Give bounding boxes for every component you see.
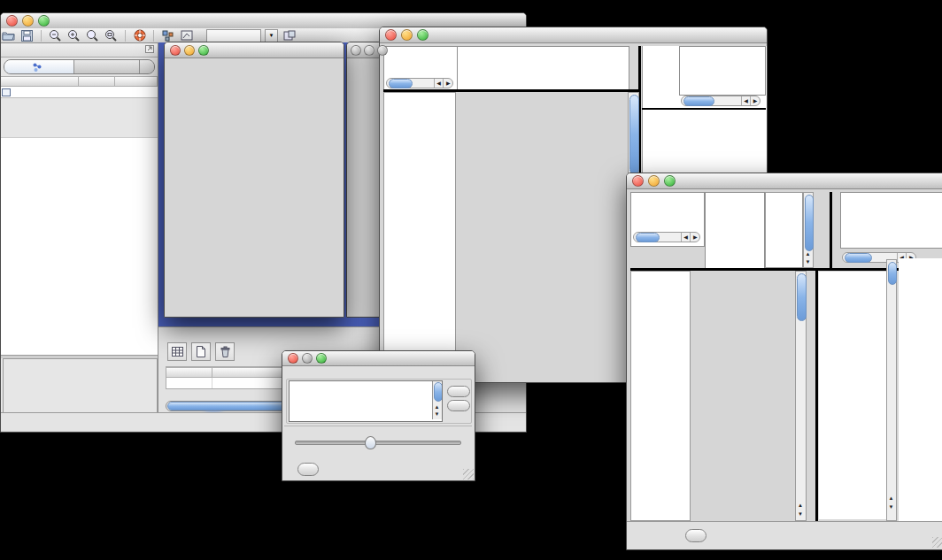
column-dendrogram-panel[interactable] — [457, 46, 629, 92]
view-status-hscrollbar[interactable]: ◀ ▶ — [386, 78, 453, 88]
move-down-button[interactable] — [447, 400, 470, 411]
dialog-title-bar[interactable] — [282, 351, 475, 366]
row-dendrogram-canvas[interactable] — [631, 272, 690, 520]
expression-heatmap-canvas[interactable] — [691, 271, 795, 521]
tab-more-arrow[interactable] — [140, 60, 154, 73]
close-button[interactable] — [6, 15, 18, 27]
move-up-button[interactable] — [447, 386, 470, 397]
network-tree-empty — [1, 137, 158, 356]
detail-vscrollbar[interactable]: ▲ ▼ — [886, 259, 897, 521]
similarity-matrix-canvas[interactable] — [645, 110, 688, 152]
scroll-right-icon[interactable]: ▶ — [443, 79, 452, 88]
search-dropdown-icon[interactable]: ▼ — [265, 29, 278, 42]
new-document-icon[interactable] — [191, 342, 211, 361]
labels-vscrollbar[interactable]: ▲ ▼ — [803, 192, 814, 268]
row-dendrogram-panel[interactable] — [630, 271, 691, 521]
save-icon[interactable] — [19, 29, 35, 42]
network-row[interactable] — [1, 87, 158, 97]
zoom-window-button[interactable] — [316, 353, 327, 364]
treeview2-button[interactable] — [685, 529, 706, 542]
zoom-in-icon[interactable] — [66, 29, 81, 42]
zoom-window-button[interactable] — [198, 45, 209, 56]
zoom-window-button[interactable] — [664, 175, 676, 187]
search-input[interactable] — [206, 29, 261, 42]
close-button[interactable] — [632, 175, 644, 187]
minimize-button[interactable] — [364, 45, 374, 56]
scroll-up-icon[interactable]: ▲ — [887, 494, 895, 502]
network-view-canvas-2[interactable] — [347, 58, 380, 316]
tab-vizmapper[interactable] — [74, 60, 141, 73]
scroll-down-icon[interactable]: ▼ — [796, 510, 805, 518]
column-dendrogram-canvas[interactable] — [458, 47, 627, 89]
close-button[interactable] — [351, 45, 361, 56]
open-folder-icon[interactable] — [1, 29, 16, 42]
annotation-icon[interactable] — [179, 29, 194, 42]
table-grid-icon[interactable] — [167, 342, 187, 361]
vscroll-thumb[interactable] — [434, 382, 443, 402]
network-nodes-icon[interactable] — [160, 29, 175, 42]
map-colors-dialog: ▲ ▼ — [282, 350, 475, 481]
network-view-canvas[interactable] — [165, 58, 342, 316]
zoom-selected-icon[interactable] — [85, 29, 100, 42]
zoom-window-button[interactable] — [377, 45, 388, 56]
hscroll-thumb[interactable] — [845, 253, 872, 263]
minimize-button[interactable] — [302, 353, 313, 364]
row-dendrogram-panel[interactable] — [383, 92, 456, 355]
float-panel-icon[interactable] — [145, 45, 154, 55]
attribute-list-vscrollbar[interactable]: ▲ ▼ — [432, 381, 442, 419]
trash-icon[interactable] — [215, 342, 235, 361]
resize-grip[interactable] — [463, 469, 474, 479]
column-label[interactable] — [766, 193, 771, 267]
dialog-button[interactable] — [297, 463, 319, 476]
zoom-out-icon[interactable] — [48, 29, 63, 42]
close-button[interactable] — [385, 29, 397, 41]
view-status-hscrollbar[interactable]: ◀ ▶ — [633, 232, 700, 242]
close-button[interactable] — [288, 353, 298, 364]
row-dendrogram-canvas[interactable] — [384, 93, 455, 354]
usage-hints-hscrollbar[interactable]: ◀ ▶ — [681, 96, 761, 106]
zoom-window-button[interactable] — [38, 15, 50, 27]
animation-slider-track[interactable] — [295, 441, 461, 445]
control-panel-tabs — [4, 59, 155, 74]
vscroll-thumb[interactable] — [797, 273, 807, 321]
minimize-button[interactable] — [22, 15, 34, 27]
hscroll-thumb[interactable] — [683, 96, 714, 106]
minimize-button[interactable] — [648, 175, 660, 187]
zoom-fit-icon[interactable] — [104, 29, 119, 42]
animation-slider-thumb[interactable] — [365, 436, 376, 449]
detail-heatmap-canvas[interactable] — [819, 272, 886, 519]
network-window-2 — [346, 42, 382, 318]
usage-hints-title — [680, 47, 765, 48]
treeview1-title-bar[interactable] — [380, 27, 767, 43]
scroll-down-icon[interactable]: ▼ — [433, 410, 441, 418]
scroll-left-icon[interactable]: ◀ — [741, 96, 751, 105]
heatmap-vscrollbar[interactable]: ▲ ▼ — [795, 271, 807, 521]
zoom-window-button[interactable] — [417, 29, 429, 41]
scroll-down-icon[interactable]: ▼ — [887, 502, 895, 511]
help-lifesaver-icon[interactable] — [132, 29, 147, 42]
scroll-up-icon[interactable]: ▲ — [796, 501, 805, 510]
vscroll-thumb[interactable] — [629, 95, 639, 174]
scroll-left-icon[interactable]: ◀ — [434, 79, 444, 88]
treeview2-title-bar[interactable] — [627, 173, 942, 189]
hscroll-thumb[interactable] — [636, 233, 660, 242]
hscroll-thumb[interactable] — [389, 79, 413, 88]
minimize-button[interactable] — [184, 45, 195, 56]
tab-network[interactable] — [4, 60, 74, 73]
network-window-title-bar[interactable] — [165, 42, 344, 58]
attribute-browser-icon[interactable] — [282, 29, 297, 42]
column-label[interactable] — [644, 46, 649, 108]
minimize-button[interactable] — [401, 29, 413, 41]
network-table-header — [1, 76, 158, 87]
scroll-down-icon[interactable]: ▼ — [804, 257, 812, 266]
scroll-right-icon[interactable]: ▶ — [750, 96, 760, 105]
column-dendrogram-panel[interactable] — [705, 192, 765, 270]
vscroll-thumb[interactable] — [805, 195, 814, 251]
close-button[interactable] — [170, 45, 181, 56]
scroll-right-icon[interactable]: ▶ — [690, 233, 699, 242]
dialog-buttons — [297, 463, 319, 476]
scroll-left-icon[interactable]: ◀ — [681, 233, 691, 242]
resize-grip[interactable] — [932, 537, 942, 548]
expression-heatmap-canvas[interactable] — [456, 92, 628, 355]
vscroll-thumb[interactable] — [888, 262, 897, 285]
